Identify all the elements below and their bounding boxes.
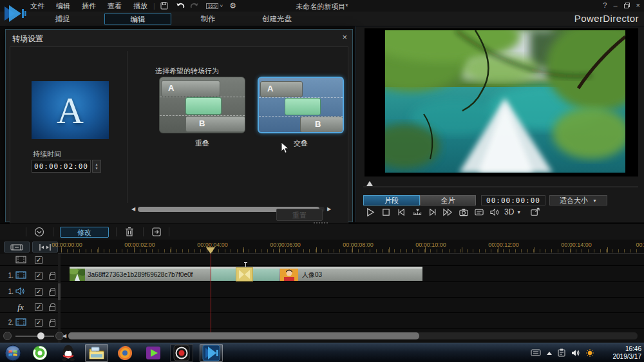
mode-clip-button[interactable]: 片段 <box>363 195 420 205</box>
zoom-out-button[interactable] <box>3 332 12 340</box>
menu-view[interactable]: 查看 <box>102 0 128 12</box>
restore-button[interactable] <box>624 3 630 8</box>
expand-collapse-icon[interactable] <box>33 227 44 237</box>
menu-edit[interactable]: 编辑 <box>50 0 76 12</box>
track-enable-checkbox[interactable] <box>35 303 43 311</box>
browser-360-icon[interactable] <box>28 344 52 362</box>
timeline-zoombar: ◀ <box>0 330 644 343</box>
stop-button[interactable] <box>381 207 392 217</box>
track-enable-checkbox[interactable] <box>35 319 43 327</box>
track-number: 2. <box>0 319 15 326</box>
firefox-icon[interactable] <box>113 344 137 362</box>
taskbar-clock[interactable]: 16:46 2019/3/17 <box>613 345 642 361</box>
next-frame-button[interactable] <box>427 207 438 217</box>
settings-gear-icon[interactable]: ⚙ <box>229 1 236 10</box>
clip-name: 人像03 <box>302 269 412 281</box>
fast-forward-button[interactable] <box>442 207 453 217</box>
timeline-ruler[interactable]: 00:00:00:00 00:00:02:00 00:00:04:00 00:0… <box>58 240 644 254</box>
snapshot-camera-button[interactable] <box>458 207 469 217</box>
dialog-content: A 持续时间 00:00:02:00 ▲ ▼ 选择希望的转场行为 A B 重叠 … <box>10 46 348 225</box>
delete-trash-icon[interactable] <box>124 227 135 237</box>
modify-button[interactable]: 修改 <box>60 227 109 238</box>
volume-button[interactable] <box>489 207 500 217</box>
aspect-ratio-dropdown[interactable]: 16:9 ˅ <box>206 3 223 9</box>
tab-capture[interactable]: 捕捉 <box>40 14 85 24</box>
track-enable-checkbox[interactable] <box>35 288 43 296</box>
action-center-icon[interactable] <box>558 348 565 358</box>
produce-range-icon[interactable] <box>151 227 162 237</box>
track-lock-icon[interactable] <box>49 291 55 296</box>
previous-frame-button[interactable] <box>396 207 407 217</box>
undock-preview-button[interactable] <box>529 207 540 217</box>
menu-plugin[interactable]: 插件 <box>76 0 102 12</box>
tab-edit[interactable]: 编辑 <box>104 14 171 24</box>
reset-button[interactable]: 重置 <box>276 209 323 221</box>
track-lock-icon[interactable] <box>49 274 55 280</box>
3d-mode-dropdown[interactable]: 3D ▼ <box>504 207 521 216</box>
scroll-right-icon[interactable]: ▶ <box>327 206 331 212</box>
preview-timecode[interactable]: 00:00:00:00 <box>481 195 545 205</box>
transition-effect-icon[interactable] <box>236 267 253 281</box>
undo-icon[interactable] <box>175 1 186 11</box>
redo-icon[interactable] <box>189 1 200 11</box>
clip-b-bar: B <box>300 117 343 133</box>
track-lock-icon[interactable] <box>49 321 55 327</box>
dialog-close-icon[interactable]: × <box>342 32 347 42</box>
transition-option-cross[interactable]: A B <box>258 77 344 133</box>
security-tray-icon[interactable] <box>586 349 594 358</box>
start-button[interactable] <box>1 344 24 362</box>
frame-step-button[interactable] <box>412 207 422 217</box>
zoom-slider-handle[interactable] <box>37 332 44 339</box>
close-button[interactable]: × <box>636 1 640 9</box>
save-icon[interactable] <box>159 1 170 11</box>
file-explorer-icon[interactable] <box>85 344 108 362</box>
timeline-vscrollbar-thumb[interactable] <box>58 283 61 300</box>
timeline-clip-video2[interactable]: 人像03 <box>279 269 422 281</box>
transition-option-overlap[interactable]: A B <box>159 77 245 133</box>
playback-controls: 3D ▼ <box>365 207 540 217</box>
option-overlap-label: 重叠 <box>159 138 245 148</box>
play-button[interactable] <box>365 207 376 217</box>
video-letterbox <box>365 28 638 176</box>
chevron-down-icon: ▼ <box>516 210 521 214</box>
tray-expand-icon[interactable] <box>547 352 552 355</box>
screen-recorder-icon[interactable] <box>170 344 193 362</box>
help-button[interactable]: ? <box>603 1 607 9</box>
tab-create-disc[interactable]: 创建光盘 <box>248 14 306 24</box>
minimize-button[interactable]: – <box>613 1 617 9</box>
seekbar-marker-icon[interactable] <box>366 181 373 186</box>
spinner-down-icon[interactable]: ▼ <box>95 166 99 170</box>
timeline-clip-video1[interactable]: 3a68ff27363e1b289f69628c7b7f0e0f <box>70 269 211 281</box>
input-keyboard-icon[interactable] <box>531 349 541 357</box>
track-lock-icon[interactable] <box>49 306 55 311</box>
track-enable-checkbox[interactable] <box>35 272 43 280</box>
aspect-ratio-value: 16:9 <box>206 3 219 9</box>
transition-region <box>185 97 222 115</box>
track-manager-button[interactable] <box>4 242 30 252</box>
menu-file[interactable]: 文件 <box>24 0 50 12</box>
brand-text: PowerDirector <box>574 13 639 24</box>
duration-input[interactable]: 00:00:02:00 <box>32 160 91 173</box>
zoom-slider-track[interactable] <box>15 336 54 337</box>
powerdirector-taskbar-icon[interactable] <box>200 344 223 362</box>
preview-quality-button[interactable] <box>473 207 484 217</box>
behavior-label: 选择希望的转场行为 <box>155 66 219 76</box>
menu-play[interactable]: 播放 <box>128 0 153 12</box>
track-enable-checkbox[interactable] <box>35 256 43 264</box>
scroll-left-icon[interactable]: ◀ <box>131 206 135 212</box>
timeline-hscrollbar[interactable] <box>68 332 638 339</box>
fit-size-dropdown[interactable]: 适合大小 ▼ <box>549 195 607 205</box>
transition-settings-dialog: 转场设置 × A 持续时间 00:00:02:00 ▲ ▼ 选择希望的转场行为 … <box>5 29 353 222</box>
audio-track-icon <box>15 287 30 296</box>
volume-tray-icon[interactable] <box>571 349 580 358</box>
tab-produce[interactable]: 制作 <box>185 14 231 24</box>
scroll-left-icon[interactable]: ◀ <box>62 333 66 339</box>
mode-movie-button[interactable]: 全片 <box>420 195 476 205</box>
playhead-line <box>211 254 211 332</box>
mode-tabbar: 捕捉 编辑 制作 创建光盘 <box>0 12 644 26</box>
timeline-hscrollbar-thumb[interactable] <box>68 332 419 339</box>
qq-icon[interactable] <box>57 344 80 362</box>
media-player-icon[interactable] <box>142 344 165 362</box>
duration-spinner[interactable]: ▲ ▼ <box>92 160 101 173</box>
preview-seekbar[interactable] <box>363 186 638 187</box>
